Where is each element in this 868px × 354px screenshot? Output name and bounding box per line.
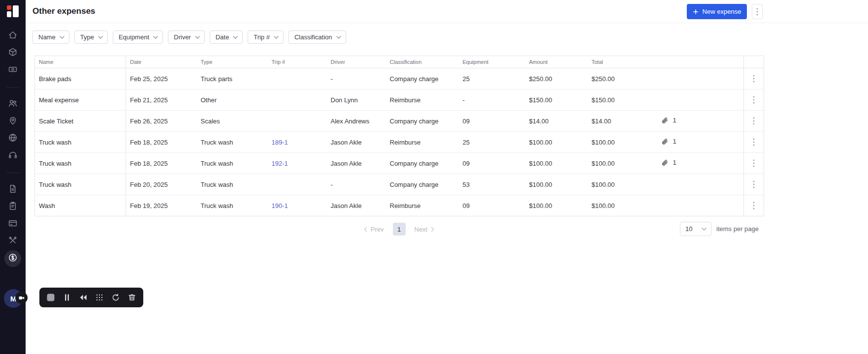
cell-actions <box>744 195 764 216</box>
chevron-down-icon <box>98 36 103 39</box>
cell-classification: Company charge <box>386 68 459 89</box>
table-row[interactable]: Wash Feb 19, 2025 Truck wash 190-1 Jason… <box>35 195 764 216</box>
col-header-classification[interactable]: Classification <box>386 56 459 68</box>
col-header-name[interactable]: Name <box>35 56 126 68</box>
col-header-type[interactable]: Type <box>197 56 268 68</box>
page-size-select[interactable]: 10 <box>680 222 711 236</box>
header-menu-button[interactable] <box>752 4 763 19</box>
cell-classification: Reimburse <box>386 195 459 216</box>
filter-driver[interactable]: Driver <box>168 30 205 44</box>
sidebar-item-payments[interactable] <box>4 216 21 233</box>
table-row[interactable]: Scale Ticket Feb 26, 2025 Scales Alex An… <box>35 111 764 132</box>
col-header-equipment[interactable]: Equipment <box>459 56 525 68</box>
stop-icon <box>46 293 55 302</box>
sidebar-divider <box>6 173 19 173</box>
discard-recording-button[interactable] <box>128 293 136 302</box>
cell-total: $100.00 <box>588 174 657 195</box>
row-menu-button[interactable] <box>748 116 759 126</box>
sidebar-item-documents[interactable] <box>4 181 21 198</box>
cell-driver: Jason Akle <box>327 132 386 153</box>
new-expense-label: New expense <box>703 8 741 15</box>
sidebar-item-maintenance[interactable] <box>4 233 21 250</box>
chevron-down-icon <box>60 36 64 39</box>
logo-red-block <box>7 5 11 10</box>
cell-equipment: 09 <box>459 111 525 132</box>
cell-actions <box>744 174 764 195</box>
sidebar-item-orders[interactable] <box>4 199 21 215</box>
app-logo[interactable] <box>6 5 19 18</box>
cell-name: Truck wash <box>35 132 126 153</box>
sidebar-item-inventory[interactable] <box>4 45 21 61</box>
sidebar-item-other-expenses[interactable] <box>4 250 21 267</box>
next-page-button[interactable]: Next <box>415 226 435 233</box>
items-per-page-label: items per page <box>716 225 759 233</box>
cell-attachments <box>657 89 744 111</box>
attachment-count: 1 <box>673 117 676 124</box>
cell-type: Truck wash <box>197 132 268 153</box>
prev-page-button[interactable]: Prev <box>364 226 384 233</box>
sidebar-item-support[interactable] <box>4 148 21 164</box>
filter-name[interactable]: Name <box>32 30 69 44</box>
table-row[interactable]: Truck wash Feb 18, 2025 Truck wash 192-1… <box>35 153 764 174</box>
page-1-button[interactable]: 1 <box>393 223 406 236</box>
cell-equipment: 25 <box>459 132 525 153</box>
cell-driver: Alex Andrews <box>327 111 386 132</box>
trip-link[interactable]: 192-1 <box>272 160 288 167</box>
filter-trip[interactable]: Trip # <box>248 30 284 44</box>
col-header-total[interactable]: Total <box>588 56 657 68</box>
stop-recording-button[interactable] <box>46 293 55 302</box>
row-menu-button[interactable] <box>748 179 759 190</box>
cell-equipment: 53 <box>459 174 525 195</box>
chevron-left-icon <box>364 227 367 232</box>
paperclip-icon <box>661 159 669 167</box>
trip-link[interactable]: 189-1 <box>272 139 288 146</box>
row-menu-button[interactable] <box>748 158 759 169</box>
table-row[interactable]: Truck wash Feb 18, 2025 Truck wash 189-1… <box>35 132 764 153</box>
cell-trip: 192-1 <box>268 153 327 174</box>
sidebar-item-contacts[interactable] <box>4 96 21 113</box>
col-header-trip[interactable]: Trip # <box>268 56 327 68</box>
trash-icon <box>128 293 136 302</box>
grid-options-button[interactable] <box>95 293 104 302</box>
filter-type[interactable]: Type <box>74 30 108 44</box>
pause-recording-button[interactable] <box>63 293 71 302</box>
cell-attachments: 1 <box>657 132 744 153</box>
card-icon <box>8 218 18 230</box>
filter-classification[interactable]: Classification <box>289 30 346 44</box>
screen-recording-badge[interactable] <box>15 292 28 304</box>
rewind-recording-button[interactable] <box>79 293 88 302</box>
cell-type: Scales <box>197 111 268 132</box>
cell-total: $100.00 <box>588 132 657 153</box>
cell-attachments <box>657 174 744 195</box>
restart-recording-button[interactable] <box>111 293 120 302</box>
sidebar-item-home[interactable] <box>4 28 21 44</box>
table-row[interactable]: Meal expense Feb 21, 2025 Other Don Lynn… <box>35 89 764 111</box>
recorder-toolbar <box>39 288 143 307</box>
cell-trip <box>268 174 327 195</box>
sidebar-item-locations[interactable] <box>4 113 21 130</box>
cell-name: Meal expense <box>35 89 126 111</box>
row-menu-button[interactable] <box>748 137 759 148</box>
filter-date[interactable]: Date <box>210 30 243 44</box>
col-header-driver[interactable]: Driver <box>327 56 386 68</box>
sidebar-item-network[interactable] <box>4 130 21 147</box>
row-menu-button[interactable] <box>748 94 759 105</box>
logo-white-block-small <box>7 11 11 17</box>
table-row[interactable]: Brake pads Feb 25, 2025 Truck parts - Co… <box>35 68 764 89</box>
filter-equipment[interactable]: Equipment <box>113 30 163 44</box>
col-header-date[interactable]: Date <box>126 56 197 68</box>
new-expense-button[interactable]: New expense <box>687 4 747 19</box>
row-menu-button[interactable] <box>748 73 759 84</box>
trip-link[interactable]: 190-1 <box>272 202 288 209</box>
sidebar-item-transactions[interactable] <box>4 62 21 79</box>
cell-attachments: 1 <box>657 111 744 132</box>
table-row[interactable]: Truck wash Feb 20, 2025 Truck wash - Com… <box>35 174 764 195</box>
kebab-icon <box>753 159 755 167</box>
col-header-amount[interactable]: Amount <box>525 56 588 68</box>
chevron-down-icon <box>153 36 158 39</box>
cell-total: $250.00 <box>588 68 657 89</box>
kebab-icon <box>753 75 755 83</box>
clipboard-icon <box>8 201 18 213</box>
row-menu-button[interactable] <box>748 200 759 211</box>
kebab-icon <box>753 117 755 125</box>
